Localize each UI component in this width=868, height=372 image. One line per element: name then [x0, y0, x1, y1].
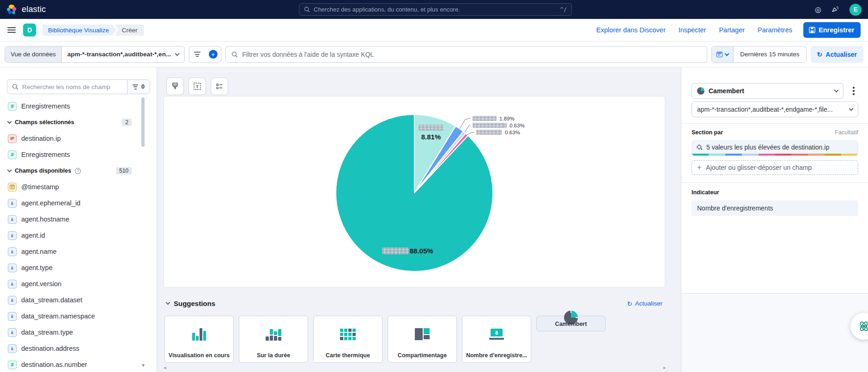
brand-name: elastic	[22, 5, 46, 14]
menu-hamburger-icon[interactable]	[7, 27, 16, 33]
kql-search-input[interactable]: Filtrer vos données à l'aide de la synta…	[225, 46, 707, 63]
layer-index-pattern-select[interactable]: apm-*-transaction*,auditbeat-*,endgame-*…	[692, 102, 858, 117]
metric-dimension-trigger[interactable]: Nombre d'enregistrements	[692, 200, 858, 216]
redacted-ip-label	[382, 247, 409, 254]
layer-actions-menu-icon[interactable]	[849, 87, 858, 95]
suggestion-card-0[interactable]: Visualisation en cours	[164, 316, 234, 363]
keyword-field-icon: k	[8, 344, 17, 353]
field-item-destination.address[interactable]: kdestination.address	[8, 343, 132, 354]
time-range-value[interactable]: Dernières 15 minutes	[734, 47, 806, 62]
field-item-data_stream.dataset[interactable]: kdata_stream.dataset	[8, 294, 132, 306]
kql-placeholder: Filtrer vos données à l'aide de la synta…	[242, 51, 374, 58]
chevron-down-icon	[175, 51, 180, 56]
app-badge[interactable]: D	[23, 24, 36, 36]
field-name: agent.id	[21, 232, 45, 239]
redacted-ip-label	[476, 130, 502, 135]
search-icon	[304, 6, 310, 12]
suggestion-card-2[interactable]: Carte thermique	[313, 316, 382, 363]
data-view-value[interactable]: apm-*-transaction*,auditbeat-*,en...	[62, 47, 184, 62]
svg-text:T: T	[196, 84, 199, 89]
breadcrumb-create: Créer	[115, 24, 144, 36]
text-labels-button[interactable]: T	[188, 78, 206, 95]
field-name: agent.hostname	[21, 216, 69, 223]
field-item-destination.ip[interactable]: IPdestination.ip	[8, 133, 132, 144]
keyword-field-icon: k	[8, 247, 17, 256]
field-item-agent.name[interactable]: kagent.name	[8, 246, 132, 257]
suggestion-card-1[interactable]: Sur la durée	[239, 316, 308, 363]
action-link-0[interactable]: Explorer dans Discover	[596, 26, 666, 34]
assistant-icon	[857, 319, 868, 333]
data-view-picker[interactable]: Vue de données apm-*-transaction*,auditb…	[5, 46, 185, 63]
dimension-trigger[interactable]: 5 valeurs les plus élevées de destinatio…	[692, 140, 858, 156]
palette-strip	[692, 154, 858, 156]
suggestion-card-5[interactable]: Camembert	[536, 316, 606, 331]
field-item-agent.version[interactable]: kagent.version	[8, 278, 132, 289]
suggestion-label: Visualisation en cours	[167, 352, 231, 359]
field-sidebar: Rechercher les noms de champ 0 #Enregist…	[0, 67, 157, 372]
newsfeed-icon[interactable]	[832, 6, 839, 13]
suggestion-label: Compartimentage	[390, 352, 455, 359]
action-link-1[interactable]: Inspecter	[679, 26, 706, 34]
brand: elastic	[6, 4, 46, 15]
redacted-ip-label	[419, 125, 443, 131]
date-field-icon	[8, 183, 17, 192]
suggestion-card-4[interactable]: 8Nombre d'enregistre...	[462, 316, 531, 363]
breadcrumb-visualize-library[interactable]: Bibliothèque Visualize	[42, 24, 116, 36]
field-item-data_stream.type[interactable]: kdata_stream.type	[8, 327, 132, 338]
field-item-Enregistrements[interactable]: #Enregistrements	[8, 101, 132, 112]
field-name: agent.type	[21, 264, 53, 271]
paintbrush-icon	[171, 82, 179, 90]
number-field-icon: #	[8, 150, 17, 159]
paintbrush-settings-button[interactable]	[166, 78, 184, 95]
field-section-header-1[interactable]: Champs disponibles?510	[8, 165, 132, 176]
add-filter-button[interactable]: +	[205, 47, 221, 62]
elastic-logo-icon[interactable]	[6, 4, 18, 15]
sidebar-scrollbar[interactable]	[141, 97, 145, 147]
field-section-header-0[interactable]: Champs sélectionnés2	[8, 117, 132, 128]
keyword-field-icon: k	[8, 231, 17, 240]
plus-icon: +	[209, 50, 218, 59]
field-search-input[interactable]: Rechercher les noms de champ 0	[7, 79, 150, 94]
calendar-icon	[716, 52, 722, 57]
field-item-@timestamp[interactable]: @timestamp	[8, 181, 132, 192]
keyword-field-icon: k	[8, 296, 17, 305]
scroll-down-arrow-icon[interactable]: ▼	[141, 363, 146, 368]
field-item-Enregistrements[interactable]: #Enregistrements	[8, 149, 132, 160]
slice-label-main: 88.05%	[382, 247, 433, 255]
user-avatar[interactable]: E	[850, 4, 862, 16]
save-button[interactable]: Enregistrer	[803, 22, 861, 38]
global-search-input[interactable]: Cherchez des applications, du contenu, e…	[299, 3, 572, 16]
info-icon[interactable]: ?	[75, 168, 81, 174]
field-name: agent.name	[21, 248, 57, 255]
suggestion-card-3[interactable]: Compartimentage	[388, 316, 457, 363]
legend-settings-button[interactable]	[211, 78, 228, 95]
suggestion-cards: Visualisation en coursSur la duréeCarte …	[164, 316, 606, 363]
action-link-2[interactable]: Partager	[719, 26, 745, 34]
field-item-agent.hostname[interactable]: kagent.hostname	[8, 214, 132, 225]
suggestions-refresh-link[interactable]: ↻ Actualiser	[627, 300, 662, 307]
treemap-icon	[415, 328, 430, 340]
field-filter-button[interactable]: 0	[127, 80, 150, 94]
action-link-3[interactable]: Paramètres	[758, 26, 792, 34]
callout-row: 0.63%	[473, 122, 525, 129]
metric-section-label: Indicateur	[692, 189, 858, 196]
redacted-ip-label	[473, 116, 497, 121]
chevron-down-icon[interactable]	[166, 300, 170, 305]
field-item-agent.id[interactable]: kagent.id	[8, 230, 132, 241]
field-item-agent.ephemeral_id[interactable]: kagent.ephemeral_id	[8, 198, 132, 209]
refresh-button[interactable]: ↻ Actualiser	[811, 46, 863, 63]
suggestion-label: Nombre d'enregistre...	[464, 352, 529, 359]
chart-type-select[interactable]: Camembert	[692, 83, 844, 99]
section-count-badge: 510	[116, 167, 132, 174]
scroll-right-arrow-icon[interactable]: ▸	[663, 365, 666, 371]
number-field-icon: #	[8, 360, 17, 369]
divider	[681, 123, 868, 124]
field-item-data_stream.namespace[interactable]: kdata_stream.namespace	[8, 311, 132, 322]
field-item-destination.as.number[interactable]: #destination.as.number	[8, 359, 132, 370]
field-item-agent.type[interactable]: kagent.type	[8, 262, 132, 273]
scroll-left-arrow-icon[interactable]: ◂	[164, 365, 166, 371]
add-dimension-button[interactable]: + Ajouter ou glisser-déposer un champ	[692, 160, 858, 175]
calendar-dropdown-button[interactable]	[712, 47, 734, 62]
filter-icon[interactable]	[189, 47, 205, 62]
help-icon[interactable]: ◎	[815, 6, 821, 13]
